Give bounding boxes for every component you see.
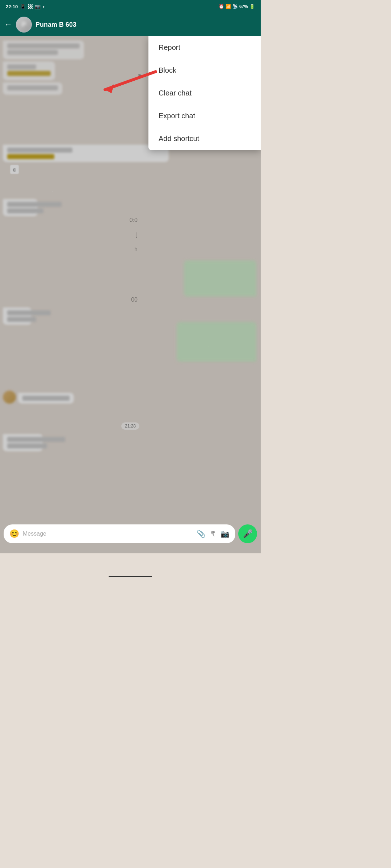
contact-name[interactable]: Punam B 603 — [35, 21, 256, 29]
time-display: 22:10 — [6, 4, 18, 9]
emoji-button[interactable]: 😊 — [9, 529, 19, 539]
export-chat-label: Export chat — [159, 112, 195, 120]
rupee-icon[interactable]: ₹ — [211, 529, 215, 538]
battery-icon: 🔋 — [249, 4, 255, 9]
menu-item-clear-chat[interactable]: Clear chat — [148, 82, 261, 105]
status-left: 22:10 📱 🖼 📷 • — [6, 4, 45, 9]
mic-icon: 🎤 — [243, 529, 253, 539]
clear-chat-label: Clear chat — [159, 89, 192, 97]
battery-level: 67% — [239, 4, 248, 9]
report-label: Report — [159, 43, 180, 52]
chat-header: ← P Punam B 603 — [0, 13, 261, 36]
input-bar: 😊 Message 📎 ₹ 📷 🎤 — [0, 522, 261, 546]
input-action-icons: 📎 ₹ 📷 — [197, 529, 230, 538]
instagram-icon: 📷 — [35, 4, 41, 9]
signal-icon: 📡 — [232, 4, 238, 9]
message-placeholder[interactable]: Message — [23, 531, 193, 537]
menu-item-block[interactable]: Block — [148, 59, 261, 82]
mic-button[interactable]: 🎤 — [238, 524, 257, 543]
back-button[interactable]: ← — [4, 20, 12, 29]
whatsapp-status-icon: 📱 — [20, 4, 26, 9]
gallery-icon: 🖼 — [28, 4, 33, 9]
message-input-container[interactable]: 😊 Message 📎 ₹ 📷 — [4, 524, 235, 543]
camera-icon[interactable]: 📷 — [220, 529, 230, 538]
alarm-icon: ⏰ — [219, 4, 224, 9]
home-indicator — [109, 576, 152, 577]
status-right: ⏰ 📶 📡 67% 🔋 — [219, 4, 255, 9]
menu-item-export-chat[interactable]: Export chat — [148, 105, 261, 127]
context-menu: Report Block Clear chat Export chat Add … — [148, 36, 261, 150]
menu-item-add-shortcut[interactable]: Add shortcut — [148, 127, 261, 150]
attach-icon[interactable]: 📎 — [197, 529, 206, 538]
contact-avatar[interactable]: P — [16, 17, 32, 33]
add-shortcut-label: Add shortcut — [159, 135, 199, 143]
wifi-icon: 📶 — [226, 4, 231, 9]
block-label: Block — [159, 66, 176, 75]
dot-indicator: • — [43, 4, 45, 9]
menu-item-report[interactable]: Report — [148, 36, 261, 59]
avatar-image: P — [16, 17, 32, 33]
status-bar: 22:10 📱 🖼 📷 • ⏰ 📶 📡 67% 🔋 — [0, 0, 261, 13]
chat-background: a Ema su 00:38 ✓✓ c 0:0 j h 00 — [0, 36, 261, 553]
